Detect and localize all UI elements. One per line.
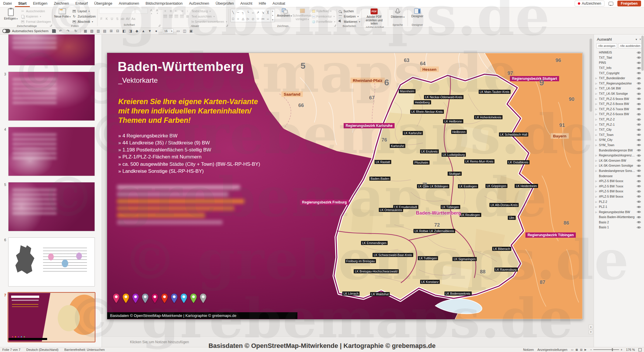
shape-icon[interactable]: □ xyxy=(232,17,234,20)
shape-icon[interactable]: ↘ xyxy=(262,11,264,14)
visibility-eye-icon[interactable] xyxy=(636,149,642,152)
designer-button[interactable]: Designer xyxy=(409,8,426,18)
layer-item[interactable]: ▷ #PLZ-5 BW 9xxxx xyxy=(594,194,642,199)
font-style-button[interactable]: AV xyxy=(125,16,131,21)
district-label[interactable]: Freiburg im Breisgau xyxy=(345,259,376,263)
language-selector[interactable]: Deutsch (Deutschland) xyxy=(26,348,59,351)
district-label[interactable]: LK Göppingen xyxy=(485,184,507,188)
state-label[interactable]: Rheinland-Pfalz xyxy=(350,77,385,83)
visibility-eye-icon[interactable] xyxy=(636,56,642,59)
district-label[interactable]: LK Rems-Murr-Kreis xyxy=(464,159,495,163)
pane-scrollbar[interactable] xyxy=(641,36,644,71)
visibility-eye-icon[interactable] xyxy=(636,87,642,90)
layer-item[interactable]: ▷ HINWEIS xyxy=(594,50,642,55)
state-label[interactable]: Saarland xyxy=(281,92,303,97)
display-settings-button[interactable]: Anzeigeeinstellungen xyxy=(537,348,568,351)
district-label[interactable]: LK Zollernalbkreis xyxy=(428,229,455,233)
map-pin-icon[interactable] xyxy=(122,293,130,304)
expander-icon[interactable]: ▷ xyxy=(595,185,598,188)
layer-item[interactable]: ▷ PLZ-2 xyxy=(594,199,642,204)
expander-icon[interactable]: ▷ xyxy=(595,103,598,105)
district-label[interactable]: LK Ravensburg xyxy=(494,268,518,272)
section-button[interactable]: Abschnitt▾ xyxy=(72,19,96,24)
shape-outline-button[interactable]: Formkontur▾ xyxy=(312,14,335,19)
district-label[interactable]: LK Schwarzwald-Baar-Kreis xyxy=(373,253,413,257)
toolbar-icon[interactable]: ▧ xyxy=(89,28,95,34)
shape-icon[interactable]: ┐ xyxy=(242,11,244,14)
layer-item[interactable]: ▷ Basis Baden-Württemberg xyxy=(594,215,642,220)
slide-thumbnail[interactable] xyxy=(8,182,95,231)
district-label[interactable]: LK Waldshut xyxy=(370,292,390,296)
visibility-eye-icon[interactable] xyxy=(636,180,642,183)
layer-item[interactable]: ▷ TXT_PLZ-5 7xxxx BW xyxy=(594,107,642,112)
shape-icon[interactable]: ☆ xyxy=(256,17,259,20)
district-label[interactable]: LK Hohenlohekreis xyxy=(474,115,503,119)
shape-icon[interactable]: ⇔ xyxy=(266,17,270,20)
dictate-button[interactable]: Diktieren▾ xyxy=(390,8,406,19)
quick-styles-button[interactable]: Schnellformat-vorlagen▾ xyxy=(294,8,311,21)
district-label[interactable]: LK Ortenaukreis xyxy=(379,208,403,212)
visibility-eye-icon[interactable] xyxy=(636,128,642,131)
align-right-icon[interactable] xyxy=(174,14,179,18)
toolbar-icon[interactable]: ▣ xyxy=(188,28,194,34)
slide-thumbnail[interactable] xyxy=(8,72,95,121)
map-pin-icon[interactable] xyxy=(141,293,149,304)
expander-icon[interactable]: ▷ xyxy=(595,92,598,95)
dialog-launcher-icon[interactable] xyxy=(334,25,336,26)
refresh-icon[interactable]: ↻ xyxy=(73,28,79,34)
expander-icon[interactable]: ▷ xyxy=(595,98,598,100)
visibility-eye-icon[interactable] xyxy=(636,221,642,224)
redo-icon[interactable]: ↷ xyxy=(65,28,71,34)
shape-icon[interactable]: ○ xyxy=(237,17,239,20)
map-pin-icon[interactable] xyxy=(161,293,168,304)
district-label[interactable]: LK Alb-Donau-Kreis xyxy=(489,203,519,207)
vertical-scrollbar[interactable] xyxy=(589,36,593,320)
layer-item[interactable]: ▷ SYM_Town xyxy=(594,143,642,148)
menu-tab[interactable]: Aufzeichnen xyxy=(186,0,213,7)
columns-icon[interactable]: ▥ xyxy=(185,14,190,18)
district-label[interactable]: LK Esslingen xyxy=(458,184,478,188)
undo-icon[interactable]: ↶ xyxy=(58,28,64,34)
menu-tab[interactable]: Start xyxy=(15,0,30,7)
share-button[interactable]: Freigeben xyxy=(617,1,641,6)
expander-icon[interactable]: ▷ xyxy=(595,128,598,131)
layer-item[interactable]: ▷ TXT_Info xyxy=(594,65,642,71)
visibility-eye-icon[interactable] xyxy=(636,226,642,229)
expander-icon[interactable]: ▷ xyxy=(595,82,598,85)
layout-button[interactable]: Layout▾ xyxy=(72,9,96,14)
layer-item[interactable]: ▷ Basis 1 xyxy=(594,225,642,230)
shape-icon[interactable]: ▭ xyxy=(261,17,264,20)
district-label[interactable]: Ulm xyxy=(508,216,516,220)
district-label[interactable]: LK Böblingen xyxy=(429,184,449,188)
gallery-more-icon[interactable]: ▾ xyxy=(272,19,273,21)
district-label[interactable]: Mannheim xyxy=(399,89,415,93)
menu-tab[interactable]: Ansicht xyxy=(237,0,256,7)
indent-icon[interactable]: ⇥ xyxy=(179,9,184,13)
toolbar-icon[interactable]: ◆ xyxy=(134,28,140,34)
expander-icon[interactable]: ▷ xyxy=(595,206,598,208)
visibility-eye-icon[interactable] xyxy=(636,139,642,142)
visibility-eye-icon[interactable] xyxy=(636,206,642,208)
bw-state-name-label[interactable]: Baden-Württemberg xyxy=(416,210,461,216)
layer-item[interactable]: ▷ Regierungsbezirke BW xyxy=(594,209,642,215)
slide-canvas[interactable]: Baden-Württemberg _Vektorkarte Kreieren … xyxy=(107,53,583,320)
next-slide-button[interactable]: ▾ xyxy=(589,330,593,334)
font-style-button[interactable]: F xyxy=(99,16,104,21)
smartart-button[interactable]: In SmartArt konvertieren▾ xyxy=(191,19,227,24)
visibility-eye-icon[interactable] xyxy=(636,118,642,121)
zoom-in-icon[interactable]: + xyxy=(621,348,622,351)
district-label[interactable]: LK Bodenseekreis xyxy=(444,291,472,296)
close-icon[interactable]: × xyxy=(639,38,641,41)
district-label[interactable]: LK Main-Tauber-Kreis xyxy=(479,90,511,94)
district-label[interactable]: LK Heidenheim xyxy=(515,184,538,188)
menu-tab[interactable]: Bildschirmpräsentation xyxy=(142,0,186,7)
select-button[interactable]: Markieren▾ xyxy=(338,19,360,24)
layer-item[interactable]: ▷ #PLZ-5 BW 7xxxx xyxy=(594,184,642,189)
layer-item[interactable]: ▷ SYM_City xyxy=(594,137,642,143)
toolbar-icon[interactable]: ⊞ xyxy=(108,28,114,34)
font-style-button[interactable]: Aa xyxy=(131,16,136,21)
menu-tab[interactable]: Zeichnen xyxy=(51,0,72,7)
layer-item[interactable]: ▷ #PLZ-5 BW 8xxxx xyxy=(594,189,642,194)
font-style-button[interactable]: K xyxy=(104,16,109,21)
map-pin-icon[interactable] xyxy=(180,293,188,304)
